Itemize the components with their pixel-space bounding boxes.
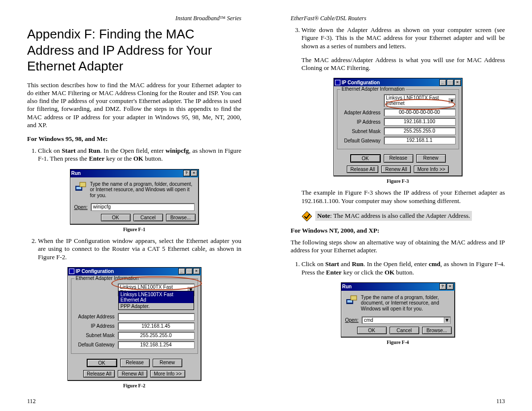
renew-all-button[interactable]: Renew All [118,370,147,377]
para-mac-cloning: The MAC address/Adapter Address is what … [301,56,505,72]
more-info-button[interactable]: More Info >> [414,166,449,173]
maximize-icon[interactable]: □ [447,79,454,86]
run-body-text: Type the name of a program, folder, docu… [90,181,195,199]
open-field[interactable]: winipcfg [91,203,195,211]
text: Enter [89,155,104,162]
text: cmd [429,260,440,268]
close-icon[interactable]: × [447,283,454,290]
help-icon[interactable]: ? [183,170,190,176]
running-head-right: EtherFast® Cable/DSL Routers [291,15,505,22]
text: . In the Open field, enter [364,260,429,268]
label-adapter-address: Adapter Address [74,314,118,319]
figure-f2-caption: Figure F-2 [27,383,241,388]
cancel-button[interactable]: Cancel [390,327,419,334]
text: button. [143,155,163,162]
text: OK [133,155,143,162]
text: Run [352,260,364,268]
more-info-button[interactable]: More Info >> [150,370,185,377]
svg-rect-1 [76,187,81,189]
label-adapter-address: Adapter Address [340,110,384,115]
chevron-down-icon[interactable]: ▼ [444,317,450,323]
help-icon[interactable]: ? [439,283,446,290]
release-button[interactable]: Release [120,359,150,367]
ok-button[interactable]: OK [357,327,387,334]
label-default-gateway: Default Gateway [74,342,118,347]
ipconfig-dialog-f3: IP Configuration _ □ × Ethernet Adapter … [333,78,463,176]
note-box: Note: The MAC address is also called the… [315,211,472,221]
text: and [339,260,352,268]
svg-rect-10 [351,296,357,300]
note-check-icon [301,211,312,222]
value-ip-address: 192.168.1.100 [384,118,456,126]
renew-all-button[interactable]: Renew All [381,166,411,173]
run-icon [345,295,358,306]
run-icon [74,181,87,192]
svg-marker-7 [302,211,312,221]
figure-f4-caption: Figure F-4 [291,340,505,345]
dropdown-option[interactable]: PPP Adapter. [119,303,194,309]
left-step-2: When the IP Configuration window appears… [38,237,241,261]
svg-rect-9 [347,300,352,303]
ok-button[interactable]: OK [350,154,381,163]
renew-button[interactable]: Renew [153,359,182,367]
close-icon[interactable]: × [454,79,461,86]
browse-button[interactable]: Browse... [166,214,196,221]
ok-button[interactable]: OK [87,359,117,367]
text: key or the [104,155,133,162]
release-button[interactable]: Release [384,154,413,163]
appendix-heading: Appendix F: Finding the MAC Address and … [27,26,241,74]
text: Enter [326,269,342,276]
left-step-1: Click on Start and Run. In the Open fiel… [38,147,241,163]
value-ip-address: 192.168.1.45 [118,322,195,330]
value-adapter-address: 00-00-00-00-00-00 [384,108,456,116]
maximize-icon[interactable]: □ [186,268,193,274]
run-dialog-f1: Run ? × Type the name of a program, fold… [70,169,199,225]
open-label: Open: [74,205,88,210]
label-subnet-mask: Subnet Mask [74,333,118,338]
group-legend: Ethernet Adapter Information [74,275,140,281]
dropdown-option[interactable]: Linksys LNE100TX Fast Ethernet Ad [119,291,194,303]
svg-rect-2 [80,182,86,187]
text: Run [88,147,100,154]
release-all-button[interactable]: Release All [83,370,115,377]
dialog-title: Run [71,171,81,176]
ok-button[interactable]: OK [101,214,131,221]
open-label: Open: [345,317,359,323]
renew-button[interactable]: Renew [416,154,446,163]
value-adapter-address [118,313,195,321]
text: Click on [301,260,325,268]
para-alt-way: The following steps show an alternative … [291,239,505,255]
adapter-dropdown[interactable]: Linksys LNE100TX Fast Ethernet ▼ Linksys… [118,283,195,296]
browse-button[interactable]: Browse... [422,327,452,334]
text: . In the Open field, enter [100,147,166,154]
group-legend: Ethernet Adapter Information [340,86,406,92]
figure-f1-caption: Figure F-1 [27,227,241,232]
text: Start [62,147,75,154]
subhead-win9x: For Windows 95, 98, and Me: [27,135,241,143]
close-icon[interactable]: × [191,170,198,176]
minimize-icon[interactable]: _ [439,79,446,86]
subhead-winnt: For Windows NT, 2000, and XP: [291,227,505,235]
text: key or click the [342,269,385,276]
right-step-1: Click on Start and Run. In the Open fiel… [301,260,505,276]
chevron-down-icon[interactable]: ▼ [449,98,455,103]
release-all-button[interactable]: Release All [347,166,378,173]
close-icon[interactable]: × [193,268,200,274]
cancel-button[interactable]: Cancel [133,214,163,221]
minimize-icon[interactable]: _ [178,268,185,274]
app-icon [335,80,340,85]
adapter-dropdown[interactable]: Linksys LNE100TX Fast Ethernet ▼ [384,94,456,107]
page-number-left: 112 [27,398,36,405]
para-example-ip: The example in Figure F-3 shows the IP a… [301,189,505,205]
ipconfig-dialog-f2: IP Configuration _ □ × Ethernet Adapter … [67,267,201,381]
dialog-title: IP Configuration [342,80,380,85]
text: button. [395,269,414,276]
open-field[interactable]: cmd ▼ [362,316,451,324]
dialog-title: Run [342,284,352,289]
value-default-gateway: 192.168.1.254 [118,341,195,349]
text: Note [317,212,330,219]
value-subnet-mask: 255.255.255.0 [384,127,456,135]
text: Click on [38,147,62,154]
dialog-title: IP Configuration [76,269,114,274]
dropdown-value: Linksys LNE100TX Fast Ethernet [384,95,449,106]
